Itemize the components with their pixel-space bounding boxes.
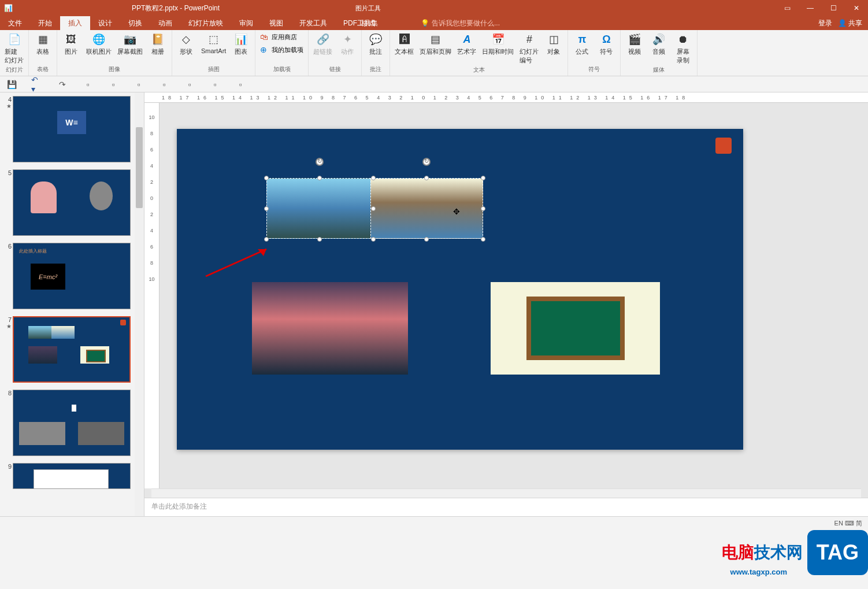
redo-button[interactable]: ↷ [57, 79, 68, 90]
slide-panel[interactable]: 4★ W≡ 5 6 此处插入标题 E=mc² 7★ [0, 92, 144, 516]
ruler-tick: 10 [149, 276, 154, 282]
slide-number-button[interactable]: # 幻灯片 编号 [517, 31, 541, 66]
slide-thumb-6[interactable]: 此处插入标题 E=mc² [13, 243, 131, 309]
tab-insert[interactable]: 插入 [60, 16, 90, 30]
action-button[interactable]: ✦ 动作 [336, 31, 359, 57]
resize-handle[interactable] [371, 206, 376, 211]
rotate-handle-icon[interactable] [422, 158, 431, 166]
resize-handle[interactable] [264, 206, 269, 211]
login-link[interactable]: 登录 [818, 18, 832, 28]
ruler-tick: 8 [150, 260, 153, 266]
qat-button-3[interactable]: ▫ [133, 79, 144, 90]
animation-star-icon: ★ [3, 103, 12, 109]
slide-thumb-5[interactable] [13, 169, 131, 236]
slide-num-7: 7 [8, 316, 12, 323]
symbol-button[interactable]: Ω 符号 [595, 31, 618, 57]
scrollbar-thumb[interactable] [136, 127, 143, 208]
ruler-vertical[interactable]: 1086420246810 [144, 103, 159, 488]
office-logo-icon [120, 320, 126, 325]
slide-image-mountain[interactable] [266, 178, 373, 239]
language-status[interactable]: EN ⌨ 简 [834, 519, 862, 528]
scrollbar-vertical[interactable] [135, 92, 144, 516]
qat-button-5[interactable]: ▫ [184, 79, 195, 90]
resize-handle[interactable] [481, 237, 485, 242]
save-button[interactable]: 💾 [6, 79, 17, 90]
resize-handle[interactable] [424, 176, 429, 180]
comment-button[interactable]: 💬 批注 [364, 31, 387, 57]
pictures-button[interactable]: 🖼 图片 [60, 31, 83, 57]
slide-thumb-9[interactable] [13, 463, 131, 489]
qat-button-6[interactable]: ▫ [209, 79, 221, 90]
slide-image-city[interactable] [252, 282, 408, 375]
tab-file[interactable]: 文件 [0, 16, 30, 30]
tab-review[interactable]: 审阅 [231, 16, 261, 30]
title-bar: 📊 PPT教程2.pptx - PowerPoint 图片工具 ▭ — ☐ ✕ [0, 0, 868, 16]
tab-animations[interactable]: 动画 [150, 16, 180, 30]
qat-button-7[interactable]: ▫ [235, 79, 246, 90]
slide-canvas[interactable]: ✥ [177, 129, 743, 450]
my-addins-button[interactable]: ⊕ 我的加载项 [258, 44, 306, 55]
slide-number-label: 幻灯片 编号 [520, 47, 539, 65]
tab-slideshow[interactable]: 幻灯片放映 [180, 16, 231, 30]
resize-handle[interactable] [264, 176, 269, 180]
equation-button[interactable]: π 公式 [570, 31, 593, 57]
rotate-handle-icon[interactable] [316, 158, 324, 166]
ruler-horizontal[interactable]: 18 17 16 15 14 13 12 11 10 9 8 7 6 5 4 3… [144, 92, 868, 103]
resize-handle[interactable] [481, 206, 485, 211]
tab-developer[interactable]: 开发工具 [291, 16, 335, 30]
resize-handle[interactable] [264, 237, 269, 242]
store-button[interactable]: 🛍 应用商店 [258, 31, 306, 43]
chart-button[interactable]: 📊 图表 [229, 31, 253, 57]
resize-handle[interactable] [424, 237, 429, 242]
tab-design[interactable]: 设计 [90, 16, 120, 30]
textbox-button[interactable]: 🅰 文本框 [392, 31, 416, 57]
qat-button-2[interactable]: ▫ [107, 79, 119, 90]
tab-format[interactable]: 格式 [354, 16, 383, 30]
screenshot-button[interactable]: 📷 屏幕截图 [115, 31, 145, 57]
online-pictures-button[interactable]: 🌐 联机图片 [84, 31, 114, 57]
slide-thumb-7[interactable] [13, 316, 131, 383]
maximize-button[interactable]: ☐ [822, 0, 845, 16]
qat-button-1[interactable]: ▫ [82, 79, 94, 90]
resize-handle[interactable] [317, 237, 322, 242]
tab-home[interactable]: 开始 [30, 16, 60, 30]
audio-button[interactable]: 🔊 音频 [647, 31, 670, 57]
table-button[interactable]: ▦ 表格 [31, 31, 54, 57]
slide-image-lake[interactable] [370, 178, 483, 239]
hyperlink-button[interactable]: 🔗 超链接 [311, 31, 335, 57]
tab-transitions[interactable]: 切换 [120, 16, 150, 30]
qat-button-4[interactable]: ▫ [158, 79, 170, 90]
ribbon-display-options[interactable]: ▭ [776, 0, 799, 16]
close-button[interactable]: ✕ [845, 0, 868, 16]
screen-recording-button[interactable]: ⏺ 屏幕 录制 [672, 31, 695, 66]
screen-recording-label: 屏幕 录制 [677, 47, 689, 65]
slide-canvas-area[interactable]: ✥ [159, 103, 868, 488]
notes-pane[interactable]: 单击此处添加备注 [144, 498, 868, 516]
datetime-button[interactable]: 📅 日期和时间 [480, 31, 516, 57]
table-icon: ▦ [36, 32, 50, 46]
smartart-button[interactable]: ⬚ SmartArt [199, 31, 228, 55]
minimize-button[interactable]: — [799, 0, 822, 16]
scrollbar-horizontal[interactable] [151, 488, 861, 498]
video-button[interactable]: 🎬 视频 [623, 31, 646, 57]
pictures-label: 图片 [65, 47, 77, 56]
audio-label: 音频 [652, 47, 665, 56]
resize-handle[interactable] [371, 237, 376, 242]
new-slide-button[interactable]: 📄 新建 幻灯片 [2, 31, 26, 66]
share-button[interactable]: 👤 共享 [838, 18, 862, 28]
object-button[interactable]: ◫ 对象 [542, 31, 565, 57]
tab-view[interactable]: 视图 [261, 16, 291, 30]
undo-button[interactable]: ↶ ▾ [31, 79, 43, 90]
resize-handle[interactable] [371, 176, 376, 180]
tell-me-search[interactable]: 💡 告诉我您想要做什么... [421, 18, 500, 28]
slide-thumb-8[interactable] [13, 390, 131, 456]
slide-image-chalkboard[interactable] [491, 282, 660, 375]
equation-icon: π [575, 32, 589, 46]
header-footer-button[interactable]: ▤ 页眉和页脚 [417, 31, 454, 57]
slide-thumb-4[interactable]: W≡ [13, 96, 131, 162]
wordart-button[interactable]: A 艺术字 [455, 31, 478, 57]
shapes-button[interactable]: ◇ 形状 [175, 31, 198, 57]
resize-handle[interactable] [317, 176, 322, 180]
photo-album-button[interactable]: 📔 相册 [146, 31, 169, 57]
resize-handle[interactable] [481, 176, 485, 180]
